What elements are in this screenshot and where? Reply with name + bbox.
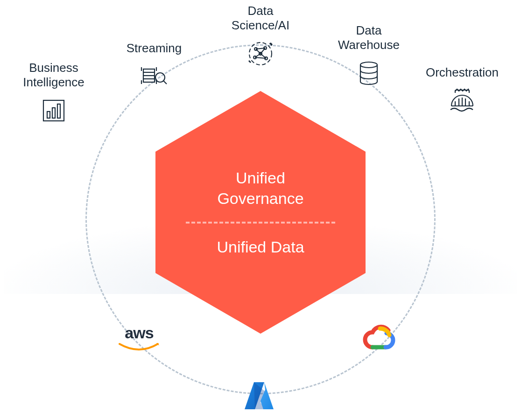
svg-line-13 <box>163 81 167 84</box>
category-label-line2: Science/AI <box>232 18 289 32</box>
category-streaming: Streaming <box>112 41 196 91</box>
network-ai-icon <box>246 39 275 68</box>
svg-point-28 <box>360 62 377 68</box>
google-cloud-icon <box>362 324 396 351</box>
category-data-warehouse: Data Warehouse <box>327 23 411 88</box>
category-label-line1: Data <box>356 23 382 37</box>
orchestration-icon <box>448 86 477 115</box>
svg-marker-27 <box>248 60 251 63</box>
svg-rect-1 <box>47 112 50 118</box>
category-orchestration: Orchestration <box>415 65 509 115</box>
category-label-line2: Intelligence <box>23 75 84 89</box>
hex-top-line2: Governance <box>217 189 303 207</box>
hex-bottom-section: Unified Data <box>217 224 304 270</box>
database-icon <box>354 59 383 88</box>
svg-rect-3 <box>57 104 60 118</box>
category-label-line2: Warehouse <box>338 38 400 52</box>
azure-logo <box>240 380 278 413</box>
architecture-diagram: Business Intelligence Streaming <box>0 0 521 420</box>
google-cloud-logo <box>360 324 398 353</box>
svg-line-21 <box>256 49 260 54</box>
category-label-line1: Business <box>29 61 78 75</box>
category-label: Streaming <box>127 41 182 55</box>
aws-logo: aws <box>111 324 167 356</box>
bar-chart-icon <box>39 96 68 125</box>
hex-top-line1: Unified <box>236 169 285 187</box>
svg-line-23 <box>255 54 260 57</box>
aws-wordmark: aws <box>111 324 167 342</box>
hex-top-section: Unified Governance <box>217 154 303 222</box>
category-data-science-ai: Data Science/AI <box>218 4 303 69</box>
svg-rect-2 <box>52 108 55 118</box>
category-label: Orchestration <box>426 65 499 79</box>
azure-icon <box>243 380 275 411</box>
aws-smile-icon <box>118 342 161 354</box>
category-label-line1: Data <box>248 4 274 18</box>
center-hexagon: Unified Governance Unified Data <box>155 91 366 334</box>
hex-bottom-text: Unified Data <box>217 238 304 256</box>
category-business-intelligence: Business Intelligence <box>14 61 93 125</box>
streaming-icon <box>140 62 169 91</box>
